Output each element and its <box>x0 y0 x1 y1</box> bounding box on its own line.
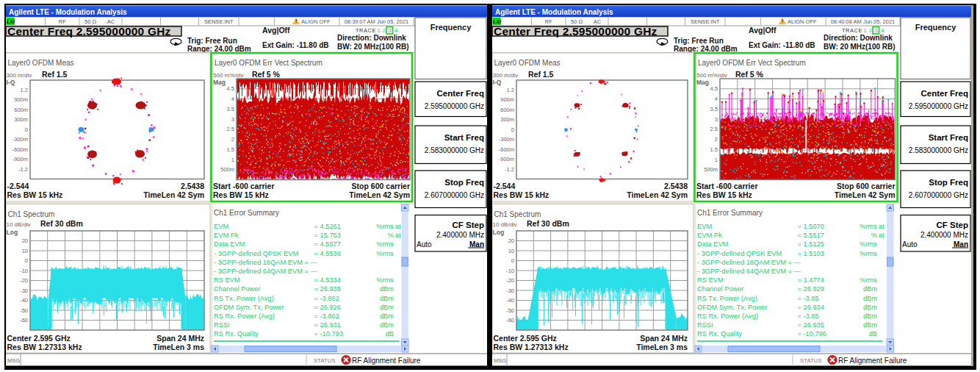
svg-text:dBm: dBm <box>380 285 394 293</box>
svg-text:CF Step: CF Step <box>937 221 968 229</box>
svg-text:Ref 30 dBm: Ref 30 dBm <box>40 219 83 228</box>
svg-text:Agilent LTE - Modulation Analy: Agilent LTE - Modulation Analysis <box>495 8 613 16</box>
svg-text:TimeLen 42 Sym: TimeLen 42 Sym <box>349 190 410 199</box>
svg-text:4.5: 4.5 <box>227 85 234 92</box>
svg-text:ALIGN OFF: ALIGN OFF <box>788 18 817 25</box>
svg-text:1.5: 1.5 <box>710 146 718 153</box>
svg-text:dBm: dBm <box>863 285 877 293</box>
svg-text:= 4.5577: = 4.5577 <box>314 240 341 248</box>
svg-text:Frequency: Frequency <box>430 23 472 32</box>
svg-text:300m: 300m <box>14 116 28 123</box>
svg-text:= -3.85: = -3.85 <box>798 312 819 320</box>
svg-text:0: 0 <box>511 126 514 133</box>
svg-text:SENSE:INT: SENSE:INT <box>204 18 234 25</box>
svg-text:Man: Man <box>469 240 484 248</box>
svg-text:Ch1 Error Summary: Ch1 Error Summary <box>697 209 763 217</box>
svg-text:2.607000000 GHz: 2.607000000 GHz <box>909 191 968 199</box>
svg-text:Center Freq 2.595000000 GHz: Center Freq 2.595000000 GHz <box>7 25 171 37</box>
svg-text:300 m/div: 300 m/div <box>493 72 519 79</box>
svg-text:EVM: EVM <box>214 223 228 230</box>
svg-text:Stop Freq: Stop Freq <box>929 178 968 187</box>
svg-text:= 26.926: = 26.926 <box>314 304 341 311</box>
svg-text:Start Freq: Start Freq <box>929 133 968 142</box>
svg-text:= 1.5070: = 1.5070 <box>798 223 824 230</box>
svg-text:dBm: dBm <box>863 295 877 302</box>
svg-text:Channel Power: Channel Power <box>697 285 744 293</box>
svg-text:= 26.929: = 26.929 <box>798 285 824 293</box>
svg-text:%rms: %rms <box>860 223 877 230</box>
svg-text:-40: -40 <box>506 297 514 304</box>
svg-text:-30: -30 <box>506 287 514 294</box>
svg-text:-900m: -900m <box>499 156 514 162</box>
svg-text:RSSI: RSSI <box>214 321 230 329</box>
svg-text:EVM Pk: EVM Pk <box>697 232 722 239</box>
svg-text:3.5: 3.5 <box>710 106 718 112</box>
svg-text:2.595000000 GHz: 2.595000000 GHz <box>909 102 968 110</box>
svg-text:Res BW 15 kHz: Res BW 15 kHz <box>696 190 752 199</box>
svg-text:Man: Man <box>954 240 968 248</box>
svg-text:= 26.934: = 26.934 <box>798 304 824 311</box>
svg-text:TimeLen 42 Sym: TimeLen 42 Sym <box>143 190 204 199</box>
svg-text:3: 3 <box>715 116 718 123</box>
svg-text:Span 24 MHz: Span 24 MHz <box>640 334 688 343</box>
svg-text:Start Freq: Start Freq <box>444 133 484 142</box>
svg-text:10: 10 <box>22 248 28 254</box>
svg-text:I-Q: I-Q <box>493 79 502 86</box>
svg-text:dBm: dBm <box>380 312 394 320</box>
svg-text:%rms: %rms <box>860 240 877 248</box>
svg-text:2: 2 <box>231 136 234 143</box>
svg-text:20: 20 <box>508 237 514 244</box>
svg-text:RS Rx. Quality: RS Rx. Quality <box>697 330 742 337</box>
svg-text:dBm: dBm <box>863 304 877 311</box>
svg-text:Channel Power: Channel Power <box>214 285 261 293</box>
svg-text:2.607000000 GHz: 2.607000000 GHz <box>425 191 484 199</box>
svg-text:!: ! <box>782 18 783 24</box>
svg-text:600m: 600m <box>500 107 514 113</box>
svg-text:3.5: 3.5 <box>227 106 234 112</box>
svg-text:500m: 500m <box>704 166 718 173</box>
svg-text:at: at <box>395 223 401 230</box>
svg-text:RF: RF <box>59 18 66 25</box>
svg-text:900m: 900m <box>500 96 514 103</box>
svg-text:-40: -40 <box>20 297 28 304</box>
svg-text:Center Freq: Center Freq <box>920 89 968 98</box>
svg-text:= -10.793: = -10.793 <box>314 330 344 337</box>
svg-text:2.5438: 2.5438 <box>181 182 204 190</box>
svg-text:at: at <box>879 232 884 239</box>
svg-text:Frequency: Frequency <box>915 23 957 32</box>
svg-text:2: 2 <box>715 136 718 143</box>
svg-text:Stop 600 carrier: Stop 600 carrier <box>352 182 410 190</box>
svg-text:RF: RF <box>545 18 552 25</box>
svg-text:Ref 1.5: Ref 1.5 <box>42 70 68 79</box>
svg-text:- 3GPP-defined 16QAM EVM = —: - 3GPP-defined 16QAM EVM = — <box>214 259 318 266</box>
svg-text:2.5: 2.5 <box>710 126 718 132</box>
svg-text:Direction: Downlink: Direction: Downlink <box>337 34 406 42</box>
svg-text:Trig: Free Run: Trig: Free Run <box>674 37 724 45</box>
svg-text:- 3GPP-defined QPSK EVM: - 3GPP-defined QPSK EVM <box>214 250 298 257</box>
svg-text:ALIGN OFF: ALIGN OFF <box>301 18 331 25</box>
svg-text:MSG: MSG <box>7 357 20 364</box>
svg-text:- 3GPP-defined 64QAM EVM = —: - 3GPP-defined 64QAM EVM = — <box>214 268 318 275</box>
svg-text:Agilent LTE - Modulation Analy: Agilent LTE - Modulation Analysis <box>9 8 127 16</box>
svg-text:08:39:07 AM Jun 05, 2021: 08:39:07 AM Jun 05, 2021 <box>345 18 409 25</box>
svg-text:CF Step: CF Step <box>453 221 484 229</box>
svg-text:500 m%/div: 500 m%/div <box>696 72 727 79</box>
svg-text:%rms: %rms <box>376 276 394 284</box>
svg-text:at: at <box>879 223 884 230</box>
svg-text:TimeLen 42 Sym: TimeLen 42 Sym <box>627 190 688 199</box>
svg-text:OFDM Sym. Tx. Power: OFDM Sym. Tx. Power <box>214 304 284 311</box>
svg-text:dBm: dBm <box>863 312 877 320</box>
svg-text:RF Alignment Failure: RF Alignment Failure <box>352 357 421 365</box>
svg-text:EVM: EVM <box>697 223 712 230</box>
svg-text:1: 1 <box>231 157 234 163</box>
svg-text:OFDM Sym. Tx. Power: OFDM Sym. Tx. Power <box>697 304 767 311</box>
svg-text:300 m/div: 300 m/div <box>7 72 32 79</box>
svg-text:2.583000000 GHz: 2.583000000 GHz <box>425 146 484 154</box>
svg-text:Ch1 Spectrum: Ch1 Spectrum <box>8 210 55 218</box>
svg-text:Ch1 Spectrum: Ch1 Spectrum <box>494 210 541 218</box>
svg-text:Ref 1.5: Ref 1.5 <box>528 70 554 79</box>
svg-text:50 Ω: 50 Ω <box>84 18 96 25</box>
svg-text:RS Tx. Power (Avg): RS Tx. Power (Avg) <box>697 295 757 302</box>
svg-text:RSSI: RSSI <box>697 321 713 329</box>
svg-text:dBm: dBm <box>380 295 394 302</box>
